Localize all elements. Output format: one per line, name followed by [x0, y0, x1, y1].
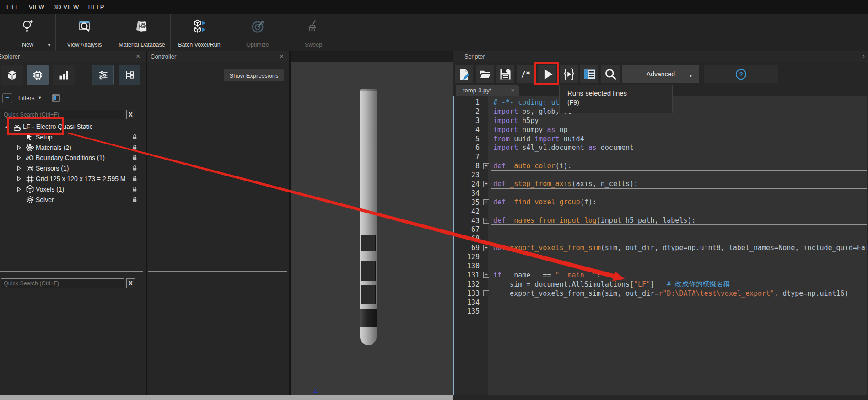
- toolbar-batch-voxel-run[interactable]: Batch Voxel/Run: [171, 14, 228, 51]
- tree-item-voxels-1[interactable]: Voxels (1): [0, 184, 144, 194]
- line-number: 69: [454, 244, 483, 252]
- quick-search-input[interactable]: [1, 110, 124, 119]
- show-expressions-button[interactable]: Show Expressions: [224, 69, 284, 81]
- voxels-icon: [24, 184, 36, 194]
- tree-item-sensors-1[interactable]: Sensors (1): [0, 163, 144, 173]
- code-line-133[interactable]: 133 − export_voxels_from_sim(sim, out_di…: [454, 289, 867, 298]
- expander-icon[interactable]: [16, 155, 24, 161]
- expander-icon[interactable]: [16, 176, 24, 182]
- view-button-filter-sliders[interactable]: [92, 65, 114, 85]
- toolbar-view-analysis[interactable]: View Analysis: [56, 14, 113, 51]
- new-script-button[interactable]: [455, 65, 473, 83]
- chevron-down-icon[interactable]: ▼: [47, 43, 51, 48]
- comment-button[interactable]: /*: [517, 65, 535, 83]
- tree-item-lf-electro-quasi-static[interactable]: LF - Electro Quasi-Static: [0, 122, 144, 132]
- fold-toggle-icon[interactable]: +: [483, 218, 489, 224]
- quick-search-clear-button[interactable]: X: [126, 110, 135, 119]
- quick-search-clear-button-2[interactable]: X: [126, 278, 135, 288]
- close-icon[interactable]: ×: [280, 52, 284, 60]
- view-button-model-cube[interactable]: [1, 65, 23, 85]
- toolbar-new[interactable]: New ▼: [0, 14, 56, 51]
- quick-search-input-2[interactable]: [1, 278, 124, 288]
- code-line-43[interactable]: 43 + def _names_from_input_log(input_h5_…: [454, 216, 867, 225]
- code-line-3[interactable]: 3 import h5py: [454, 116, 867, 125]
- tree-item-solver[interactable]: Solver: [0, 195, 144, 205]
- line-number: 24: [454, 180, 483, 188]
- run-selection-button[interactable]: [560, 65, 578, 83]
- search-button[interactable]: [601, 65, 620, 83]
- tree-item-materials-2[interactable]: Materials (2): [0, 143, 144, 153]
- advanced-mode-dropdown[interactable]: Advanced ▼: [622, 65, 699, 83]
- help-button[interactable]: ?: [704, 65, 778, 83]
- collapse-all-button[interactable]: −: [2, 93, 12, 103]
- code-editor[interactable]: 1 # -*- coding: utf-8 -*- 2 import os, g…: [453, 96, 867, 395]
- tree-item-setup[interactable]: Setup: [0, 132, 144, 142]
- explorer-separator: [0, 271, 143, 272]
- run-button[interactable]: [538, 65, 556, 83]
- menu-help[interactable]: HELP: [84, 4, 109, 11]
- toolbar-label: View Analysis: [56, 42, 113, 48]
- panel-toggle-button[interactable]: [51, 93, 61, 103]
- expander-icon[interactable]: [16, 186, 24, 192]
- close-icon[interactable]: ×: [136, 52, 140, 60]
- bottom-scrollbar[interactable]: [0, 395, 453, 400]
- code-line-8[interactable]: 8 + def _auto_color(i):: [454, 161, 867, 171]
- code-line-7[interactable]: 7: [454, 152, 867, 161]
- script-tab[interactable]: temp-3.py* ×: [456, 85, 519, 96]
- lock-icon: [131, 186, 138, 192]
- code-line-132[interactable]: 132 sim = document.AllSimulations["LF"] …: [454, 280, 867, 289]
- code-line-35[interactable]: 35 + def _find_voxel_group(f):: [454, 198, 867, 207]
- fold-toggle-icon[interactable]: +: [483, 181, 489, 187]
- tree-item-label: Voxels (1): [36, 186, 64, 193]
- expander-icon[interactable]: [3, 123, 11, 130]
- viewport-3d[interactable]: Z: [291, 62, 453, 395]
- model-cube-icon: [6, 69, 18, 81]
- explorer-title: Explorer: [0, 51, 20, 62]
- tree-item-label: Setup: [36, 133, 53, 141]
- view-analysis-icon: [76, 18, 93, 35]
- fold-toggle-icon[interactable]: +: [483, 163, 489, 169]
- fold-toggle-icon[interactable]: −: [483, 290, 489, 296]
- code-line-134[interactable]: 134: [454, 298, 867, 307]
- open-script-button[interactable]: [476, 65, 494, 83]
- menu-3d-view[interactable]: 3D VIEW: [49, 4, 84, 11]
- probe-electrode-band: [361, 261, 376, 281]
- sensors-icon: [24, 164, 36, 173]
- filters-dropdown[interactable]: Filters ▼: [15, 92, 45, 103]
- save-script-button[interactable]: [496, 65, 514, 83]
- code-line-4[interactable]: 4 import numpy as np: [454, 125, 867, 134]
- code-line-130[interactable]: 130: [454, 261, 867, 271]
- boundary-icon: ∂Ω: [24, 154, 36, 161]
- code-line-6[interactable]: 6 import s4l_v1.document as document: [454, 143, 867, 152]
- view-button-tree-hierarchy[interactable]: [119, 65, 140, 85]
- code-line-42[interactable]: 42: [454, 207, 867, 216]
- code-line-67[interactable]: 67: [454, 225, 867, 234]
- code-line-24[interactable]: 24 + def _step_from_axis(axis, n_cells):: [454, 180, 867, 189]
- expander-icon[interactable]: [16, 144, 24, 151]
- fold-toggle-icon[interactable]: −: [483, 272, 489, 278]
- code-line-23[interactable]: 23: [454, 171, 867, 180]
- code-line-5[interactable]: 5 from uuid import uuid4: [454, 134, 867, 144]
- scripter-title: Scripter: [453, 51, 485, 62]
- fold-toggle-icon[interactable]: +: [483, 245, 489, 251]
- save-script-icon: [498, 67, 512, 81]
- tree-item-grid-125-x-120-x-173-2-595-m[interactable]: Grid 125 x 120 x 173 = 2.595 M: [0, 174, 144, 184]
- code-line-68[interactable]: 68: [454, 234, 867, 243]
- code-line-131[interactable]: 131 − if __name__ == "__main__":: [454, 271, 867, 280]
- tree-item-boundary-conditions-1[interactable]: ∂Ω Boundary Conditions (1): [0, 153, 144, 163]
- console-log-button[interactable]: [580, 65, 598, 83]
- code-line-69[interactable]: 69 + def export_voxels_from_sim(sim, out…: [454, 243, 867, 252]
- expander-icon[interactable]: [16, 165, 24, 171]
- chevron-right-icon[interactable]: ›: [863, 52, 865, 59]
- menu-file[interactable]: FILE: [2, 4, 24, 11]
- code-line-129[interactable]: 129: [454, 252, 867, 261]
- close-icon[interactable]: ×: [511, 87, 514, 94]
- menu-view[interactable]: VIEW: [24, 4, 49, 11]
- view-button-simulation-chip[interactable]: [27, 65, 49, 85]
- toolbar-material-database[interactable]: Material Database: [113, 14, 171, 51]
- code-line-34[interactable]: 34: [454, 189, 867, 198]
- view-button-analysis-bars[interactable]: [53, 65, 75, 85]
- search-icon: [604, 67, 618, 81]
- fold-toggle-icon[interactable]: +: [483, 199, 489, 205]
- code-line-135[interactable]: 135: [454, 307, 867, 316]
